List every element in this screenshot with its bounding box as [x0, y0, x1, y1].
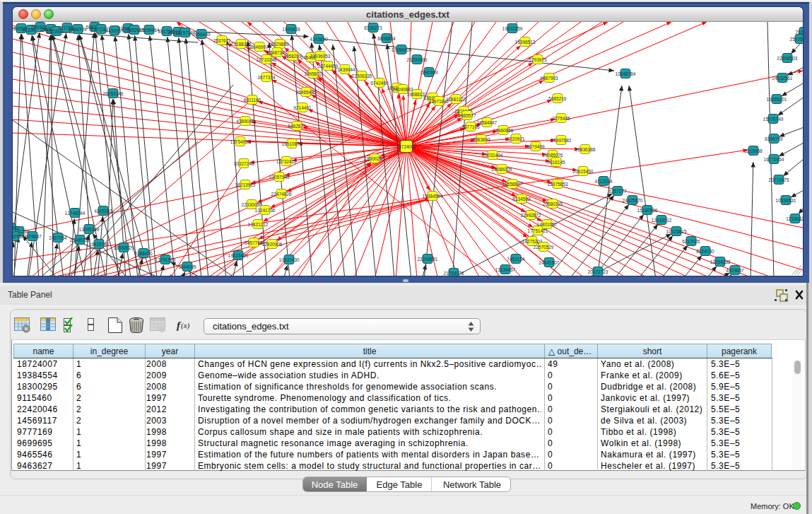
svg-text:6742460: 6742460: [370, 81, 389, 86]
svg-text:19299464: 19299464: [139, 28, 160, 33]
svg-text:6457765: 6457765: [245, 240, 263, 245]
svg-text:21257684: 21257684: [13, 234, 25, 239]
svg-text:10837430: 10837430: [279, 257, 300, 262]
svg-text:22330030: 22330030: [242, 202, 262, 207]
svg-text:19384554: 19384554: [423, 194, 443, 199]
svg-text:22093651: 22093651: [418, 257, 438, 262]
svg-text:5188470: 5188470: [134, 251, 153, 256]
svg-text:20580115: 20580115: [543, 201, 563, 206]
svg-text:26053346: 26053346: [103, 91, 124, 96]
svg-text:3220921: 3220921: [507, 136, 525, 141]
svg-text:16396513: 16396513: [515, 40, 536, 45]
svg-text:22992872: 22992872: [521, 213, 541, 218]
svg-text:15375853: 15375853: [548, 182, 568, 187]
svg-text:8134562: 8134562: [512, 197, 531, 201]
svg-text:3677374: 3677374: [257, 75, 276, 80]
svg-text:20772475: 20772475: [769, 177, 789, 182]
svg-text:4143890: 4143890: [310, 37, 328, 42]
svg-text:5685216: 5685216: [548, 96, 567, 101]
svg-text:13701506: 13701506: [155, 257, 176, 262]
svg-text:4429607: 4429607: [726, 268, 744, 273]
svg-text:18724007: 18724007: [396, 144, 417, 149]
svg-text:12294238: 12294238: [710, 259, 731, 264]
svg-text:10327246: 10327246: [234, 161, 254, 166]
svg-text:12416912: 12416912: [652, 218, 672, 223]
svg-text:7671884: 7671884: [795, 30, 803, 35]
svg-text:2537611: 2537611: [213, 38, 231, 43]
svg-text:20372723: 20372723: [588, 269, 608, 274]
svg-text:14401657: 14401657: [537, 222, 558, 227]
svg-text:2457954: 2457954: [49, 235, 67, 240]
svg-text:2066449: 2066449: [192, 32, 211, 37]
svg-text:13241736: 13241736: [255, 208, 276, 213]
svg-text:15076749: 15076749: [763, 117, 784, 122]
svg-text:8646997: 8646997: [250, 45, 269, 49]
svg-text:22474828: 22474828: [271, 192, 292, 197]
svg-text:13421212: 13421212: [248, 222, 269, 227]
svg-text:15180586: 15180586: [637, 208, 658, 213]
svg-text:13732411: 13732411: [276, 159, 297, 164]
svg-text:4389045: 4389045: [236, 119, 254, 124]
svg-text:11558837: 11558837: [502, 182, 523, 187]
svg-text:16213925: 16213925: [235, 182, 256, 187]
svg-text:22306335: 22306335: [352, 74, 372, 78]
svg-text:14460856: 14460856: [493, 128, 514, 133]
svg-text:25465435: 25465435: [296, 90, 317, 95]
svg-text:25089205: 25089205: [492, 167, 512, 172]
svg-text:24090883: 24090883: [393, 87, 413, 92]
svg-text:20031404: 20031404: [483, 153, 503, 158]
svg-text:22570529: 22570529: [534, 245, 554, 250]
svg-text:6217026: 6217026: [682, 239, 700, 244]
svg-text:10334531: 10334531: [776, 198, 796, 203]
svg-text:1218062: 1218062: [786, 216, 803, 221]
svg-text:8396759: 8396759: [765, 136, 783, 141]
svg-text:10057945: 10057945: [269, 175, 290, 180]
svg-text:17956909: 17956909: [392, 47, 412, 52]
svg-text:19836388: 19836388: [575, 147, 596, 152]
svg-text:24425670: 24425670: [623, 198, 643, 203]
svg-text:16415740: 16415740: [89, 242, 110, 247]
svg-text:4245263: 4245263: [94, 209, 112, 214]
svg-text:19285201: 19285201: [767, 97, 787, 102]
svg-text:8489709: 8489709: [69, 27, 87, 32]
svg-text:9958289: 9958289: [283, 54, 302, 59]
svg-text:11584847: 11584847: [477, 120, 498, 125]
svg-text:8336273: 8336273: [364, 25, 382, 30]
svg-text:18992829: 18992829: [114, 245, 134, 250]
svg-text:(x): (x): [181, 321, 190, 330]
svg-text:25485735: 25485735: [70, 238, 90, 243]
svg-text:4112034: 4112034: [595, 179, 613, 184]
svg-text:9275445: 9275445: [552, 116, 570, 121]
svg-text:23936053: 23936053: [310, 54, 331, 59]
svg-text:1999828: 1999828: [282, 27, 300, 32]
svg-text:3333883: 3333883: [13, 226, 20, 230]
svg-text:25025631: 25025631: [790, 37, 803, 42]
svg-text:22806503: 22806503: [777, 56, 798, 61]
svg-text:19523409: 19523409: [228, 253, 249, 258]
svg-text:21439044: 21439044: [335, 67, 355, 72]
svg-text:3644095: 3644095: [178, 264, 196, 269]
svg-text:16510878: 16510878: [282, 141, 302, 146]
svg-text:12920906: 12920906: [262, 242, 283, 247]
svg-text:8811165: 8811165: [244, 98, 261, 103]
svg-text:5793975: 5793975: [529, 57, 547, 62]
svg-text:11881122: 11881122: [446, 97, 466, 102]
svg-text:6357277: 6357277: [608, 189, 627, 194]
svg-text:1890399: 1890399: [420, 70, 438, 75]
svg-text:19832259: 19832259: [502, 26, 523, 31]
svg-text:13754919: 13754919: [230, 139, 251, 144]
svg-text:9214491: 9214491: [293, 105, 312, 110]
svg-text:8685577: 8685577: [458, 113, 476, 118]
svg-text:7452134: 7452134: [507, 257, 525, 262]
svg-text:20615450: 20615450: [573, 169, 594, 174]
svg-text:21754078: 21754078: [444, 271, 464, 276]
svg-text:10648784: 10648784: [616, 71, 636, 76]
svg-text:3215958: 3215958: [744, 148, 763, 153]
svg-text:16072954: 16072954: [764, 157, 784, 162]
svg-text:3395870: 3395870: [304, 71, 322, 76]
svg-text:13748244: 13748244: [65, 211, 86, 216]
svg-text:10710248: 10710248: [257, 57, 277, 62]
svg-text:9875847: 9875847: [23, 234, 42, 239]
svg-text:10323815: 10323815: [666, 229, 687, 234]
svg-text:8806804: 8806804: [377, 36, 396, 41]
